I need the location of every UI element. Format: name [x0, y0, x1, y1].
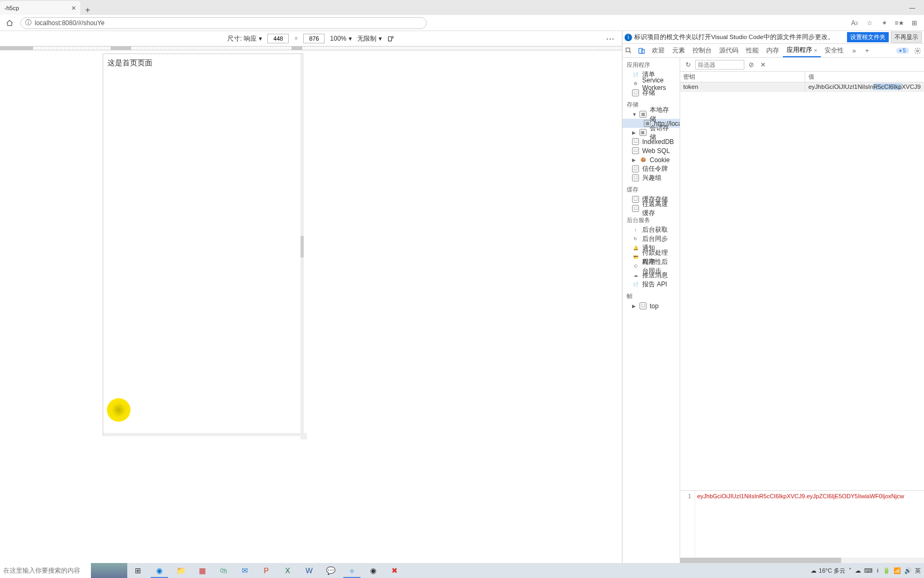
rotate-icon[interactable]	[387, 35, 395, 42]
delete-icon[interactable]: ✕	[758, 60, 768, 70]
inspect-icon[interactable]	[622, 44, 635, 57]
new-tab-button[interactable]: +	[80, 5, 95, 15]
resize-bottom-handle[interactable]	[103, 433, 303, 436]
tray-chevron-icon[interactable]: ˄	[849, 567, 852, 574]
chrome-icon[interactable]: ◉	[363, 563, 384, 578]
sidebar-item-indexeddb[interactable]: ☐IndexedDB	[622, 137, 680, 146]
tab-performance[interactable]: 性能	[742, 44, 763, 57]
explorer-icon[interactable]: 📁	[170, 563, 191, 578]
url-field[interactable]: ⓘ localhost:8080/#/shouYe	[20, 17, 427, 29]
home-icon[interactable]	[3, 17, 16, 29]
detail-value[interactable]: eyJhbGciOiJIUzI1NiIsInR5cCI6IkpXVCJ9.eyJ…	[695, 491, 924, 558]
table-header: 密钥 值	[680, 72, 924, 82]
sidebar-item-periodic-sync[interactable]: ⏲周期性后台同步	[622, 262, 680, 271]
multiply-icon: ×	[294, 35, 298, 42]
add-tab-icon[interactable]: +	[860, 44, 873, 57]
close-icon[interactable]: ×	[814, 47, 817, 54]
close-icon[interactable]: ×	[72, 4, 76, 12]
resize-mid-handle[interactable]	[301, 236, 304, 257]
more-icon[interactable]: ⋯	[606, 34, 614, 44]
sidebar-item-bg-sync[interactable]: ↻后台同步	[622, 234, 680, 244]
issues-count[interactable]: 5	[896, 48, 909, 54]
device-toggle-icon[interactable]	[635, 44, 648, 57]
notice-text: 标识项目的根文件夹以打开Visual Studio Code中的源文件并同步更改…	[634, 33, 845, 41]
chevron-down-icon[interactable]: ▾	[259, 35, 262, 42]
sidebar-item-interest-groups[interactable]: ☐兴趣组	[622, 173, 680, 182]
weather-widget[interactable]: ☁ 16°C 多云	[811, 567, 845, 575]
tab-welcome[interactable]: 欢迎	[648, 44, 668, 57]
set-root-button[interactable]: 设置根文件夹	[847, 32, 889, 42]
sidebar-item-local-storage[interactable]: ▼▦本地存储	[622, 110, 680, 119]
powerpoint-icon[interactable]: P	[256, 563, 277, 578]
store-icon[interactable]: 🛍	[213, 563, 234, 578]
app-icon[interactable]: ▦	[191, 563, 213, 578]
favorites-bar-icon[interactable]: ≡★	[893, 17, 906, 29]
sidebar-item-service-workers[interactable]: ⚙Service Workers	[622, 79, 680, 88]
task-view-icon[interactable]: ⊞	[127, 563, 149, 578]
gear-icon[interactable]	[911, 44, 924, 57]
tab-title: -h5cp	[4, 5, 19, 11]
size-label: 尺寸:	[227, 34, 242, 43]
tab-elements[interactable]: 元素	[668, 44, 689, 57]
read-aloud-icon[interactable]: A))	[848, 17, 861, 29]
browser-tab[interactable]: -h5cp ×	[0, 1, 80, 15]
tray-keyboard-icon[interactable]: ⌨	[864, 567, 873, 574]
taskbar-widget[interactable]	[91, 563, 127, 578]
extensions-icon[interactable]: ✶	[878, 17, 891, 29]
chevron-down-icon[interactable]: ▾	[379, 35, 382, 42]
svg-rect-0	[388, 37, 391, 41]
resize-corner-handle[interactable]	[301, 433, 307, 439]
tray-volume-icon[interactable]: 🔊	[904, 567, 912, 574]
zoom-value[interactable]: 100%	[330, 35, 346, 42]
tab-memory[interactable]: 内存	[763, 44, 783, 57]
size-preset[interactable]: 响应	[244, 34, 257, 43]
collections-icon[interactable]: ⊞	[908, 17, 921, 29]
address-bar: ⓘ localhost:8080/#/shouYe A)) ☆ ✶ ≡★ ⊞	[0, 15, 924, 31]
sidebar-item-session-storage[interactable]: ▶▦会话存储	[622, 128, 680, 137]
sidebar-item-reporting-api[interactable]: 📄报告 API	[622, 280, 680, 289]
clear-all-icon[interactable]: ⊘	[746, 60, 756, 70]
page-content: 这是首页页面	[103, 54, 303, 72]
xshell-icon[interactable]: ✖	[384, 563, 405, 578]
sidebar-item-back-forward-cache[interactable]: ☐往返高速缓存	[622, 204, 680, 213]
vscode-icon[interactable]: ⟐	[341, 563, 363, 578]
word-icon[interactable]: W	[298, 563, 320, 578]
sidebar-item-top-frame[interactable]: ▶☐top	[622, 301, 680, 310]
excel-icon[interactable]: X	[277, 563, 298, 578]
tab-sources[interactable]: 源代码	[715, 44, 742, 57]
detail-line-number: 1	[680, 491, 695, 558]
minimize-button[interactable]: —	[900, 0, 924, 15]
cell-value: eyJhbGciOiJIUzI1NiIsInR5cCl6IkpXVCJ9	[805, 82, 924, 92]
tray-battery-icon[interactable]: 🔋	[883, 567, 890, 574]
sidebar-item-websql[interactable]: ☐Web SQL	[622, 146, 680, 155]
cell-key: token	[680, 82, 805, 92]
tab-application[interactable]: 应用程序×	[783, 44, 821, 57]
height-input[interactable]	[303, 34, 325, 43]
edge-icon[interactable]: ◉	[149, 563, 170, 578]
sidebar-item-cookie[interactable]: ▶🍪Cookie	[622, 155, 680, 164]
storage-detail: 1 eyJhbGciOiJIUzI1NiIsInR5cCI6IkpXVCJ9.e…	[680, 490, 924, 558]
throttle-value[interactable]: 无限制	[357, 34, 376, 43]
tray-bluetooth-icon[interactable]: ᚼ	[876, 567, 880, 574]
value-header[interactable]: 值	[805, 72, 924, 82]
tray-wifi-icon[interactable]: 📶	[894, 567, 901, 574]
mail-icon[interactable]: ✉	[234, 563, 256, 578]
taskbar-search[interactable]: 在这里输入你要搜索的内容	[0, 563, 91, 578]
more-tabs-icon[interactable]: »	[848, 44, 860, 57]
sidebar-item-bg-fetch[interactable]: ↕后台获取	[622, 225, 680, 234]
width-input[interactable]	[267, 34, 289, 43]
filter-input[interactable]	[695, 60, 744, 70]
horizontal-scrollbar[interactable]	[680, 558, 924, 563]
chevron-down-icon[interactable]: ▾	[349, 35, 352, 42]
wechat-icon[interactable]: 💬	[320, 563, 341, 578]
key-header[interactable]: 密钥	[680, 72, 805, 82]
sidebar-item-trust-tokens[interactable]: ☐信任令牌	[622, 164, 680, 173]
tab-console[interactable]: 控制台	[689, 44, 715, 57]
dismiss-button[interactable]: 不再显示	[891, 32, 922, 43]
favorite-icon[interactable]: ☆	[863, 17, 876, 29]
tray-ime[interactable]: 英	[915, 567, 921, 575]
tray-onedrive-icon[interactable]: ☁	[855, 567, 861, 574]
refresh-icon[interactable]: ↻	[683, 60, 693, 70]
table-row[interactable]: token eyJhbGciOiJIUzI1NiIsInR5cCl6IkpXVC…	[680, 82, 924, 92]
tab-security[interactable]: 安全性	[821, 44, 848, 57]
